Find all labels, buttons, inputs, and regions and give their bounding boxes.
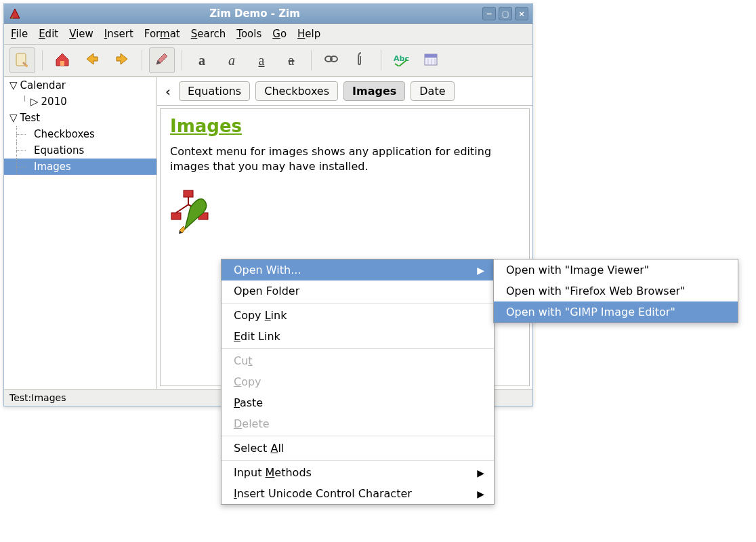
menu-tools[interactable]: Tools [236,28,261,40]
toolbar-spellcheck-button[interactable]: Abc [388,47,414,73]
page-paragraph: Context menu for images shows any applic… [170,144,520,175]
menu-search[interactable]: Search [191,28,226,40]
svg-rect-11 [184,190,193,197]
toolbar-attach-button[interactable] [348,47,374,73]
toolbar: a a a a Abc [4,45,532,77]
toolbar-forward-button[interactable] [109,47,135,73]
ctx-separator [222,348,494,349]
toolbar-index-button[interactable] [9,47,35,73]
page-image[interactable] [170,187,217,234]
arrow-right-icon [114,51,130,70]
menu-format[interactable]: Format [144,28,180,40]
ctx-paste[interactable]: Paste [222,392,494,413]
paperclip-icon [355,51,367,70]
ctx-copy-link[interactable]: Copy Link [222,305,494,326]
menubar: File Edit View Insert Format Search Tool… [4,24,532,45]
menu-file[interactable]: File [11,28,28,40]
svg-rect-2 [60,61,64,66]
svg-line-15 [176,205,188,213]
svg-point-1 [25,64,28,67]
ctx-copy: Copy [222,371,494,392]
chevron-right-icon: ▶ [477,488,484,499]
close-button[interactable]: × [515,7,528,20]
titlebar[interactable]: Zim Demo - Zim − ▢ × [4,4,532,24]
tabbar-back-arrow[interactable]: ‹ [163,83,173,100]
menu-view[interactable]: View [69,28,93,40]
tab-checkboxes[interactable]: Checkboxes [255,81,338,101]
toolbar-link-button[interactable] [318,47,344,73]
status-text: Test:Images [9,392,66,403]
ctx-open-folder[interactable]: Open Folder [222,280,494,301]
link-icon [324,54,339,67]
toolbar-edit-button[interactable] [149,47,175,73]
underline-icon: a [259,53,265,68]
ctx-separator [222,436,494,436]
minimize-button[interactable]: − [482,7,496,20]
tree-item-checkboxes[interactable]: Checkboxes [4,126,156,142]
ctx-separator [222,303,494,304]
sidebar-tree[interactable]: ▽Calendar ╵▷2010 ▽Test Checkboxes Equati… [4,77,157,389]
menu-insert[interactable]: Insert [104,28,133,40]
menu-go[interactable]: Go [272,28,287,40]
svg-rect-12 [171,213,181,220]
spellcheck-icon: Abc [392,51,410,69]
maximize-button[interactable]: ▢ [499,7,512,20]
tree-item-images[interactable]: Images [4,159,156,175]
ctx-edit-link[interactable]: Edit Link [222,326,494,347]
ctx-select-all[interactable]: Select All [222,438,494,459]
ctx-insert-unicode[interactable]: Insert Unicode Control Character▶ [222,483,494,504]
toolbar-back-button[interactable] [79,47,105,73]
tab-equations[interactable]: Equations [179,81,250,101]
ctx-separator [222,460,494,461]
app-icon [8,7,22,20]
toolbar-italic-button[interactable]: a [219,47,245,73]
ctx-open-with[interactable]: Open With...▶ [222,259,494,280]
calendar-icon [423,51,438,69]
tabbar: ‹ Equations Checkboxes Images Date [157,77,532,106]
toolbar-underline-button[interactable]: a [249,47,274,73]
tree-item-test[interactable]: ▽Test [4,110,156,126]
page-heading: Images [170,116,520,136]
chevron-right-icon: ▶ [477,265,484,276]
chevron-right-icon: ▶ [477,467,484,478]
italic-icon: a [228,53,235,68]
strike-icon: a [289,53,295,68]
submenu-firefox[interactable]: Open with "Firefox Web Browser" [494,280,738,301]
submenu-gimp[interactable]: Open with "GIMP Image Editor" [494,301,738,322]
tree-item-2010[interactable]: ╵▷2010 [4,93,156,110]
home-icon [54,50,71,70]
svg-text:Abc: Abc [394,54,409,63]
tab-date[interactable]: Date [411,81,454,101]
bold-icon: a [198,53,205,68]
arrow-left-icon [84,51,100,70]
menu-edit[interactable]: Edit [39,28,58,40]
svg-rect-7 [425,54,437,58]
window-buttons: − ▢ × [482,7,528,20]
tree-item-equations[interactable]: Equations [4,142,156,159]
ctx-input-methods[interactable]: Input Methods▶ [222,462,494,483]
window-title: Zim Demo - Zim [27,7,482,20]
tree-item-calendar[interactable]: ▽Calendar [4,77,156,93]
toolbar-home-button[interactable] [49,47,75,73]
toolbar-bold-button[interactable]: a [189,47,215,73]
tab-images[interactable]: Images [343,81,405,101]
context-submenu-open-with: Open with "Image Viewer" Open with "Fire… [493,259,738,323]
context-menu: Open With...▶ Open Folder Copy Link Edit… [221,259,495,505]
ctx-cut: Cut [222,350,494,371]
toolbar-strike-button[interactable]: a [278,47,304,73]
toolbar-calendar-button[interactable] [418,47,444,73]
ctx-delete: Delete [222,413,494,434]
submenu-image-viewer[interactable]: Open with "Image Viewer" [494,259,738,280]
pencil-icon [154,51,170,70]
menu-help[interactable]: Help [297,28,320,40]
